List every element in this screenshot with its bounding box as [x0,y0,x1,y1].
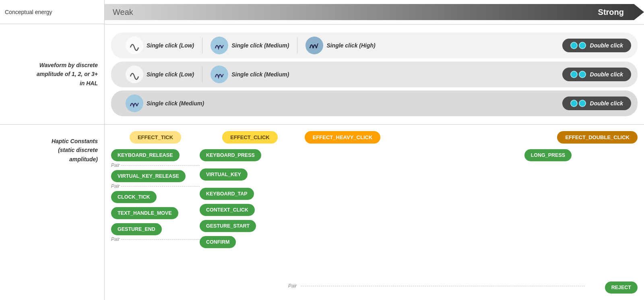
wf-seg-low-2: Single click (Low) [118,62,202,87]
svg-line-3 [137,103,138,106]
waveform-row-2: Single click (Low) Single click (Medium) [111,62,638,87]
dc-label-1: Double click [590,42,623,49]
tc-dot-2a [570,71,578,78]
confirm-pill[interactable]: CONFIRM [200,236,236,248]
effects-row: EFFECT_TICK EFFECT_CLICK EFFECT_HEAVY_CL… [111,131,638,144]
wf-medium-label-1: Single click (Medium) [231,42,289,49]
dc-label-2: Double click [590,71,623,78]
pair-label-3: Pair [111,236,121,242]
energy-bar-row: Weak Strong [105,0,644,24]
wf-medium-label-2: Single click (Medium) [231,71,289,78]
effect-click: EFFECT_CLICK [222,131,278,144]
haptic-section: EFFECT_TICK EFFECT_CLICK EFFECT_HEAVY_CL… [105,125,644,300]
context-click-pill: CONTEXT_CLICK [200,204,255,216]
dc-label-3: Double click [590,100,623,107]
gesture-start-pill: GESTURE_START [200,220,256,232]
virtual-key-pill: VIRTUAL_KEY [200,168,248,181]
wave-medium-icon-1 [211,37,228,54]
wf-seg-medium-2: Single click (Medium) [202,62,297,87]
wf-seg-medium-3: Single click (Medium) [118,90,212,116]
tc-dot-1b [579,42,586,49]
keyboard-release-pill: KEYBOARD_RELEASE [111,149,180,161]
haptic-col-4: REJECT [605,149,638,294]
pair-label-1: Pair [111,162,121,168]
pair-label-2: Pair [111,183,121,189]
reject-pill: REJECT [605,282,638,294]
clock-tick-pill: CLOCK_TICK [111,191,157,203]
waveform-section: Single click (Low) Single click (Medium) [105,24,644,125]
waveform-row-3: Single click (Medium) Double click [111,90,638,116]
double-click-pill-2: Double click [562,68,631,81]
double-click-pill-1: Double click [562,39,631,52]
wave-high-icon-1 [305,37,323,54]
pair-label-confirm: Pair [284,283,301,289]
wf-seg-low-1: Single click (Low) [118,33,202,58]
effect-double: EFFECT_DOUBLE_CLICK [557,131,638,144]
svg-line-1 [316,43,318,48]
tc-dot-3b [579,100,586,107]
strong-label: Strong [598,8,624,17]
tc-dots-2 [570,71,586,78]
main-container: Conceptual energy Waveform by discreteam… [0,0,644,300]
text-handle-move-pill: TEXT_HANDLE_MOVE [111,207,178,219]
tc-dot-3a [570,100,578,107]
right-content: Weak Strong Single click (Low) [105,0,644,300]
wave-medium-icon-3 [126,95,143,112]
confirm-reject-connector: Pair [284,149,585,294]
tc-dots-1 [570,42,586,49]
haptic-col-1: KEYBOARD_RELEASE Pair VIRTUAL_KEY_RELEAS… [111,149,200,294]
tc-dots-3 [570,100,586,107]
svg-line-0 [222,45,223,48]
wf-seg-high-1: Single click (High) [297,33,383,58]
tc-dot-1a [570,42,578,49]
effect-heavy: EFFECT_HEAVY_CLICK [305,131,381,144]
wave-low-icon-1 [126,37,143,54]
weak-label: Weak [113,8,133,17]
gesture-end-pill: GESTURE_END [111,223,162,235]
conceptual-energy-label: Conceptual energy [5,9,52,15]
wf-low-label-2: Single click (Low) [147,71,194,78]
wf-medium-label-3: Single click (Medium) [147,100,204,107]
keyboard-tap-pill: KEYBOARD_TAP [200,188,254,200]
haptic-col-2: KEYBOARD_PRESS VIRTUAL_KEY KEYBOARD_TAP … [200,149,284,294]
waveform-row-1: Single click (Low) Single click (Medium) [111,33,638,58]
energy-gradient: Weak Strong [105,4,644,20]
keyboard-press-pill: KEYBOARD_PRESS [200,149,261,161]
tc-dot-2b [579,71,586,78]
waveform-label: Waveform by discreteamplitude of 1, 2, o… [37,61,98,88]
wave-low-icon-2 [126,66,143,83]
double-click-pill-3: Double click [562,97,631,110]
wf-low-label-1: Single click (Low) [147,42,194,49]
haptic-constants-label: Haptic Constants(static discreteamplitud… [52,137,98,164]
wf-seg-medium-1: Single click (Medium) [202,33,297,58]
virtual-key-release-pill: VIRTUAL_KEY_RELEASE [111,170,186,182]
haptic-columns: KEYBOARD_RELEASE Pair VIRTUAL_KEY_RELEAS… [111,149,638,294]
svg-line-2 [222,74,223,77]
effect-tick: EFFECT_TICK [130,131,181,144]
wf-high-label-1: Single click (High) [326,42,375,49]
wave-medium-icon-2 [211,66,228,83]
left-column: Conceptual energy Waveform by discreteam… [0,0,105,300]
